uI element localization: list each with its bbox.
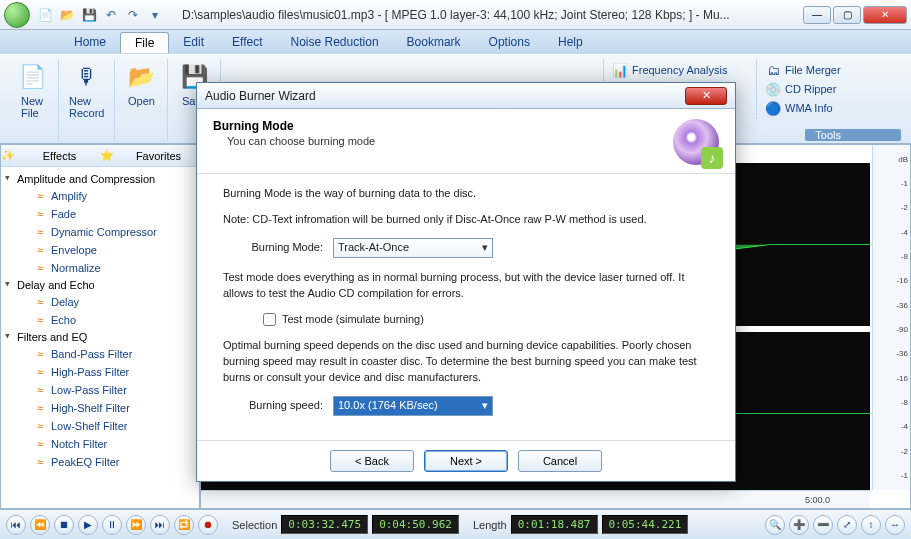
ribbon-frequency-analysis-button[interactable]: 📊Frequency Analysis <box>608 61 748 79</box>
tree-item[interactable]: ≈Delay <box>3 293 197 311</box>
tree-item[interactable]: ≈Echo <box>3 311 197 329</box>
menu-file[interactable]: File <box>120 32 169 53</box>
back-button[interactable]: < Back <box>330 450 414 472</box>
ribbon-open-button[interactable]: 📂Open <box>121 59 161 109</box>
selection-label: Selection <box>232 519 277 531</box>
tab-effects[interactable]: ✨ Effects <box>1 145 100 166</box>
dialog-header: Burning Mode You can choose burning mode <box>197 109 735 174</box>
cancel-button[interactable]: Cancel <box>518 450 602 472</box>
menubar: HomeFileEditEffectNoise ReductionBookmar… <box>0 30 911 54</box>
next-button[interactable]: Next > <box>424 450 508 472</box>
qat-open-icon[interactable]: 📂 <box>58 6 76 24</box>
effect-icon: ≈ <box>33 347 47 361</box>
ribbon-new-button[interactable]: 🎙NewRecord <box>65 59 108 121</box>
effects-tree[interactable]: Amplitude and Compression≈Amplify≈Fade≈D… <box>1 167 199 508</box>
effect-icon: ≈ <box>33 313 47 327</box>
dialog-heading: Burning Mode <box>213 119 294 133</box>
tab-favorites[interactable]: ⭐ Favorites <box>100 145 199 166</box>
qat-new-icon[interactable]: 📄 <box>36 6 54 24</box>
window-buttons: — ▢ ✕ <box>803 6 907 24</box>
tree-group[interactable]: Filters and EQ <box>3 329 197 345</box>
app-orb[interactable] <box>4 2 30 28</box>
qat-redo-icon[interactable]: ↷ <box>124 6 142 24</box>
tree-item[interactable]: ≈Low-Pass Filter <box>3 381 197 399</box>
selection-end: 0:04:50.962 <box>372 515 459 534</box>
qat-dropdown-icon[interactable]: ▾ <box>146 6 164 24</box>
tree-item[interactable]: ≈Fade <box>3 205 197 223</box>
menu-bookmark[interactable]: Bookmark <box>393 32 475 52</box>
effect-icon: ≈ <box>33 207 47 221</box>
dialog-body: Burning Mode is the way of burning data … <box>197 174 735 440</box>
burning-mode-combo[interactable]: Track-At-Once <box>333 238 493 258</box>
tree-item[interactable]: ≈PeakEQ Filter <box>3 453 197 471</box>
tree-item[interactable]: ≈Low-Shelf Filter <box>3 417 197 435</box>
menu-help[interactable]: Help <box>544 32 597 52</box>
tree-item[interactable]: ≈Band-Pass Filter <box>3 345 197 363</box>
tree-group[interactable]: Amplitude and Compression <box>3 171 197 187</box>
minimize-button[interactable]: — <box>803 6 831 24</box>
burning-speed-combo[interactable]: 10.0x (1764 KB/sec) <box>333 396 493 416</box>
zoom-out-button[interactable]: ➖ <box>813 515 833 535</box>
length-label: Length <box>473 519 507 531</box>
goto-end-button[interactable]: ⏭ <box>150 515 170 535</box>
titlebar: 📄 📂 💾 ↶ ↷ ▾ D:\samples\audio files\music… <box>0 0 911 30</box>
transport-bar: ⏮ ⏪ ⏹ ▶ ⏸ ⏩ ⏭ 🔁 ⏺ Selection 0:03:32.475 … <box>0 509 911 539</box>
tree-item[interactable]: ≈Envelope <box>3 241 197 259</box>
body-text-4: Optimal burning speed depends on the dis… <box>223 338 709 386</box>
menu-options[interactable]: Options <box>475 32 544 52</box>
zoom-v-out-button[interactable]: ↔ <box>885 515 905 535</box>
effect-icon: ≈ <box>33 401 47 415</box>
tree-group[interactable]: Delay and Echo <box>3 277 197 293</box>
rewind-button[interactable]: ⏪ <box>30 515 50 535</box>
zoom-sel-button[interactable]: 🔍 <box>765 515 785 535</box>
effect-icon: ≈ <box>33 243 47 257</box>
tree-item[interactable]: ≈Notch Filter <box>3 435 197 453</box>
dialog-title: Audio Burner Wizard <box>205 89 685 103</box>
open-icon: 📂 <box>125 61 157 93</box>
dialog-titlebar[interactable]: Audio Burner Wizard ✕ <box>197 83 735 109</box>
menu-edit[interactable]: Edit <box>169 32 218 52</box>
menu-noise-reduction[interactable]: Noise Reduction <box>277 32 393 52</box>
zoom-v-in-button[interactable]: ↕ <box>861 515 881 535</box>
close-button[interactable]: ✕ <box>863 6 907 24</box>
effect-icon: ≈ <box>33 437 47 451</box>
effects-panel: ✨ Effects ⭐ Favorites Amplitude and Comp… <box>0 144 200 509</box>
ribbon-file-merger-button[interactable]: 🗂File Merger <box>761 61 901 79</box>
play-button[interactable]: ▶ <box>78 515 98 535</box>
loop-button[interactable]: 🔁 <box>174 515 194 535</box>
effect-icon: ≈ <box>33 419 47 433</box>
test-mode-label: Test mode (simulate burning) <box>282 312 424 328</box>
tree-item[interactable]: ≈High-Pass Filter <box>3 363 197 381</box>
db-ruler: dB-1-2-4-8-16-36-90-36-16-8-4-2-1 <box>872 145 910 490</box>
effect-icon: ≈ <box>33 365 47 379</box>
length-value: 0:01:18.487 <box>511 515 598 534</box>
side-tabs: ✨ Effects ⭐ Favorites <box>1 145 199 167</box>
total-length: 0:05:44.221 <box>602 515 689 534</box>
pause-button[interactable]: ⏸ <box>102 515 122 535</box>
test-mode-checkbox[interactable] <box>263 313 276 326</box>
zoom-in-button[interactable]: ➕ <box>789 515 809 535</box>
dialog-footer: < Back Next > Cancel <box>197 440 735 481</box>
record-button[interactable]: ⏺ <box>198 515 218 535</box>
ribbon-cd-ripper-button[interactable]: 💿CD Ripper <box>761 80 901 98</box>
menu-effect[interactable]: Effect <box>218 32 276 52</box>
forward-button[interactable]: ⏩ <box>126 515 146 535</box>
dialog-close-button[interactable]: ✕ <box>685 87 727 105</box>
window-title: D:\samples\audio files\music01.mp3 - [ M… <box>182 8 803 22</box>
menu-home[interactable]: Home <box>60 32 120 52</box>
qat-undo-icon[interactable]: ↶ <box>102 6 120 24</box>
effect-icon: ≈ <box>33 383 47 397</box>
goto-start-button[interactable]: ⏮ <box>6 515 26 535</box>
maximize-button[interactable]: ▢ <box>833 6 861 24</box>
tree-item[interactable]: ≈Amplify <box>3 187 197 205</box>
effect-icon: ≈ <box>33 225 47 239</box>
zoom-fit-button[interactable]: ⤢ <box>837 515 857 535</box>
tree-item[interactable]: ≈Dynamic Compressor <box>3 223 197 241</box>
tree-item[interactable]: ≈Normalize <box>3 259 197 277</box>
ribbon-wma-info-button[interactable]: 🔵WMA Info <box>761 99 901 117</box>
qat-save-icon[interactable]: 💾 <box>80 6 98 24</box>
stop-button[interactable]: ⏹ <box>54 515 74 535</box>
ribbon-new-button[interactable]: 📄NewFile <box>12 59 52 121</box>
tree-item[interactable]: ≈High-Shelf Filter <box>3 399 197 417</box>
effect-icon: ≈ <box>33 455 47 469</box>
